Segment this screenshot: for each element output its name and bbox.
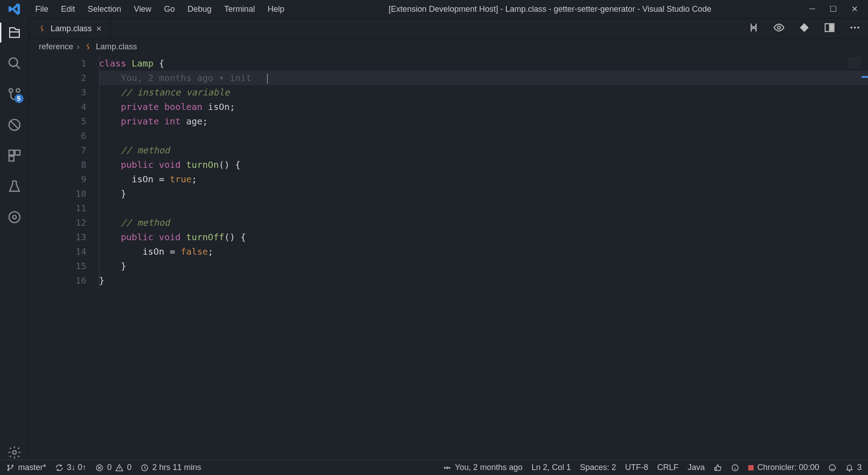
chevron-right-icon: › [77,42,80,52]
status-bar: master* 3↓ 0↑ 0 0 2 hrs 11 mins You, 2 m… [0,460,868,475]
cursor-pos: Ln 2, Col 1 [532,463,571,472]
more-icon[interactable] [849,22,861,35]
activity-test[interactable] [7,179,22,194]
activity-extensions[interactable] [7,148,22,163]
tab-actions [748,19,868,38]
svg-point-18 [8,469,9,470]
branch-name: master* [18,463,46,472]
tab-label: Lamp.class [51,24,92,33]
svg-point-8 [9,212,20,223]
status-info[interactable] [731,464,739,472]
svg-point-10 [13,451,16,454]
activity-lens[interactable] [7,210,22,224]
sync-count: 3↓ 0↑ [67,463,86,472]
svg-point-19 [12,465,13,466]
activity-settings[interactable] [7,445,22,460]
chronicler-label: Chronicler: 00:00 [757,463,819,472]
minimap[interactable] [848,58,861,69]
svg-rect-13 [830,24,834,31]
status-encoding[interactable]: UTF-8 [625,463,648,472]
error-count: 0 [107,463,112,472]
time-value: 2 hrs 11 mins [152,463,201,472]
editor-area: Lamp.class × reference › Lamp.class 1234… [29,18,868,460]
svg-rect-5 [9,150,14,155]
svg-point-1 [9,89,13,92]
menu-go[interactable]: Go [158,2,181,17]
activity-debug[interactable] [7,118,22,132]
editor[interactable]: 12345678910111213141516 class Lamp { You… [29,54,868,460]
svg-point-22 [446,467,448,469]
activity-explorer[interactable] [7,25,22,40]
svg-point-9 [13,215,16,219]
svg-rect-6 [15,150,20,155]
status-eol[interactable]: CRLF [657,463,679,472]
menu-file[interactable]: File [29,2,55,17]
eye-icon[interactable] [773,22,785,35]
activity-search[interactable] [7,56,22,71]
status-cursor[interactable]: Ln 2, Col 1 [532,463,571,472]
menu-selection[interactable]: Selection [81,2,127,17]
status-language[interactable]: Java [688,463,705,472]
scm-badge: 5 [14,94,24,103]
java-icon [37,24,46,33]
menu-help[interactable]: Help [261,2,291,17]
status-spaces[interactable]: Spaces: 2 [580,463,616,472]
status-feedback[interactable] [828,464,836,472]
svg-point-16 [857,27,859,28]
breadcrumb-reference[interactable]: reference [39,42,73,52]
compare-icon[interactable] [748,22,760,35]
activity-scm[interactable]: 5 [7,87,22,101]
menu-view[interactable]: View [127,2,158,17]
status-thumbs[interactable] [714,464,722,472]
tab-lamp-class[interactable]: Lamp.class × [29,19,110,38]
indent-label: Spaces: 2 [580,463,616,472]
breadcrumb-file[interactable]: Lamp.class [96,42,137,52]
status-time[interactable]: 2 hrs 11 mins [141,463,201,472]
svg-point-3 [16,89,20,92]
lang-label: Java [688,463,705,472]
diff-icon[interactable] [798,22,810,35]
breadcrumbs[interactable]: reference › Lamp.class [29,39,868,54]
svg-point-11 [778,26,781,29]
svg-point-14 [850,27,852,28]
vscode-logo [0,2,29,16]
status-blame[interactable]: You, 2 months ago [443,463,522,472]
line-gutter: 12345678910111213141516 [29,54,99,460]
svg-rect-7 [9,156,14,161]
status-branch[interactable]: master* [6,463,46,472]
status-chronicler[interactable]: Chronicler: 00:00 [748,463,819,472]
menu-terminal[interactable]: Terminal [218,2,261,17]
menu-bar: File Edit Selection View Go Debug Termin… [29,2,291,17]
window-controls: ─ ☐ ✕ [809,4,868,14]
split-editor-icon[interactable] [824,22,835,35]
minimize-button[interactable]: ─ [809,4,815,14]
close-button[interactable]: ✕ [851,4,858,14]
menu-debug[interactable]: Debug [181,2,218,17]
tab-close-icon[interactable]: × [96,24,102,34]
svg-point-15 [854,27,856,28]
eol-label: CRLF [657,463,679,472]
maximize-button[interactable]: ☐ [830,4,837,14]
svg-point-26 [829,465,835,471]
blame-text: You, 2 months ago [455,463,522,472]
svg-point-0 [9,58,18,66]
titlebar: File Edit Selection View Go Debug Termin… [0,0,868,18]
status-sync[interactable]: 3↓ 0↑ [55,463,86,472]
record-icon [748,465,754,470]
warning-count: 0 [127,463,132,472]
menu-edit[interactable]: Edit [55,2,81,17]
java-icon [83,42,92,51]
notification-count: 3 [857,463,862,472]
overview-ruler[interactable] [862,54,868,460]
status-bell[interactable]: 3 [845,463,862,472]
code-content[interactable]: class Lamp { You, 2 months ago • init //… [99,54,868,460]
tab-bar: Lamp.class × [29,18,868,39]
activity-bar: 5 [0,18,29,460]
svg-point-17 [8,465,9,466]
encoding-label: UTF-8 [625,463,648,472]
status-problems[interactable]: 0 0 [95,463,132,472]
window-title: [Extension Development Host] - Lamp.clas… [291,5,809,14]
